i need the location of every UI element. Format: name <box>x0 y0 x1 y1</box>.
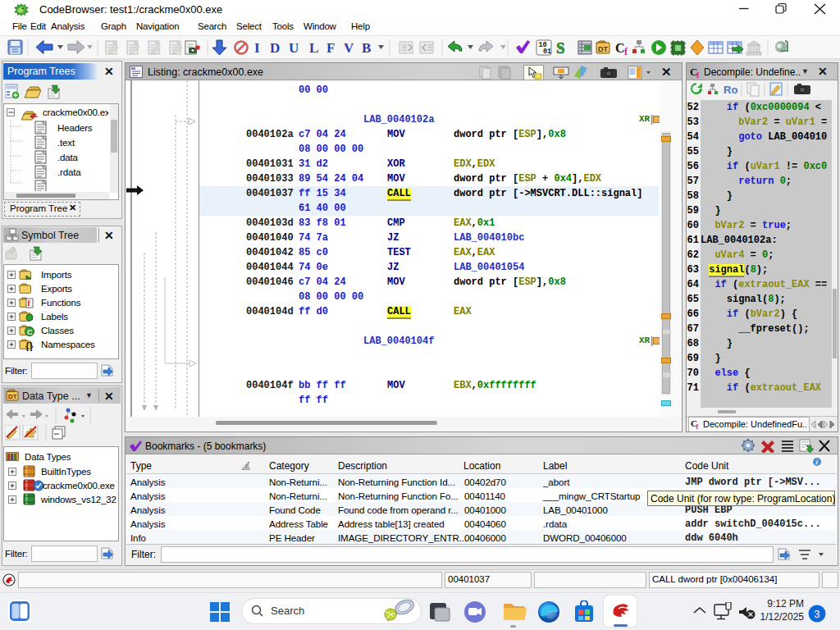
svg-text:C: C <box>27 328 33 336</box>
svg-text:f: f <box>696 71 700 79</box>
svg-text:f: f <box>696 423 699 430</box>
svg-text:V: V <box>344 40 354 56</box>
svg-text:S: S <box>556 39 565 57</box>
svg-text:C: C <box>615 41 625 55</box>
svg-text:DT: DT <box>8 393 17 400</box>
svg-text:L: L <box>309 40 318 56</box>
svg-text:B: B <box>362 40 371 56</box>
svg-text:F: F <box>326 40 335 56</box>
svg-text:Ro: Ro <box>724 84 737 96</box>
svg-text:U: U <box>289 40 299 56</box>
svg-text:{}: {} <box>25 340 34 351</box>
svg-text:I: I <box>254 40 260 56</box>
svg-text:01: 01 <box>543 48 551 56</box>
svg-text:f: f <box>624 46 628 57</box>
svg-text:DT: DT <box>598 45 608 53</box>
svg-text:D: D <box>270 40 280 56</box>
svg-text:3: 3 <box>815 609 820 620</box>
